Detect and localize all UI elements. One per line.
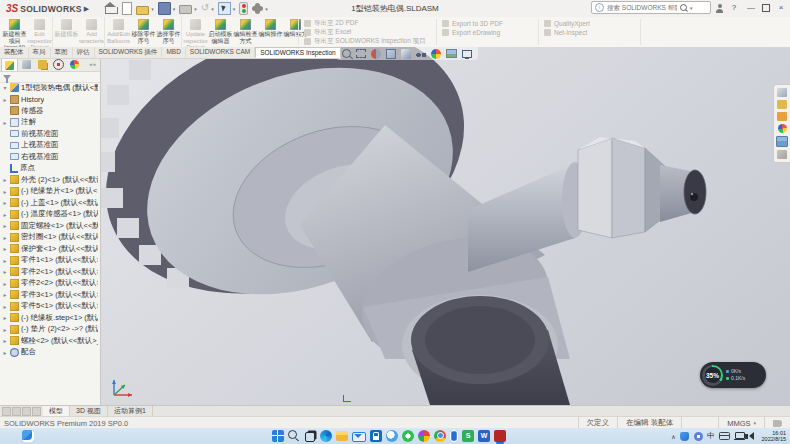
view-tool-icon[interactable] [462,50,472,58]
expand-arrow-icon[interactable]: ▸ [2,268,8,275]
taskbar-app-icon[interactable]: W [478,430,490,442]
panel-tabs-overflow-icon[interactable]: «» [89,61,98,67]
taskbar-app-icon[interactable]: S [462,430,474,442]
ribbon-button[interactable]: 新建模板 [54,17,79,47]
help-search-box[interactable]: i ▾ [591,1,711,14]
command-tab[interactable]: MBD [162,47,185,58]
search-scope-icon[interactable]: i [595,3,604,12]
search-icon[interactable] [680,4,687,11]
export-menu-item[interactable]: Export eDrawing [442,28,503,36]
tab-scroll-prev-icon[interactable] [12,407,21,416]
view-tool-icon[interactable] [431,49,441,59]
expand-arrow-icon[interactable]: ▸ [2,119,8,126]
tree-item[interactable]: ▸ 固定螺栓<1> (默认<<默认>_显示状 [0,220,98,232]
display-tray-icon[interactable] [735,432,745,440]
tree-item[interactable]: 前视基准面 [0,128,98,140]
location-tray-icon[interactable] [694,432,703,441]
expand-arrow-icon[interactable]: ▸ [2,291,8,298]
ribbon-button[interactable]: Edit Inspection Project [27,17,53,47]
taskbar-app-icon[interactable] [370,430,382,442]
save-icon[interactable] [158,2,171,15]
expand-arrow-icon[interactable]: ▸ [2,337,8,344]
view-tool-icon[interactable] [371,49,381,59]
command-tab[interactable]: SOLIDWORKS 插件 [95,47,163,58]
tree-item[interactable]: ▸ 注解 [0,117,98,129]
taskbar-app-icon[interactable] [304,430,316,442]
taskbar-app-icon[interactable] [434,430,446,442]
open-caret-icon[interactable]: ▾ [151,6,154,12]
panel-tab[interactable] [1,58,18,71]
ribbon-button[interactable]: 启动模板编辑器 [208,17,233,47]
tab-scroll-last-icon[interactable] [32,407,41,416]
task-pane-tab-icon[interactable] [777,88,787,97]
hidden-icons-chevron-icon[interactable]: ∧ [671,433,675,440]
taskbar-app-icon[interactable] [418,430,430,442]
tree-item[interactable]: ▸ 外壳 (2)<1> (默认<<默认>_显示状 [0,174,98,186]
ribbon-button[interactable]: 移除零件序号 [131,17,156,47]
rebuild-icon[interactable] [239,2,248,15]
view-tool-icon[interactable] [386,49,396,59]
taskbar-app-icon[interactable] [386,430,398,442]
expand-arrow-icon[interactable]: ▸ [2,234,8,241]
taskbar-app-icon[interactable] [336,431,348,441]
expand-arrow-icon[interactable]: ▸ [2,280,8,287]
filter-funnel-icon[interactable] [3,75,11,80]
undo-icon[interactable]: ↺ [201,3,209,14]
command-tab[interactable]: 评估 [73,47,95,58]
home-icon[interactable] [105,7,118,14]
close-button[interactable]: × [775,3,787,12]
expand-arrow-icon[interactable]: ▸ [2,303,8,310]
tree-item[interactable]: ▸ 零件2<1> (默认<<默认>_显示状态 [0,266,98,278]
save-caret-icon[interactable]: ▾ [173,6,176,12]
view-tool-icon[interactable] [401,49,411,59]
search-input[interactable] [607,4,677,11]
menu-expand-arrow-icon[interactable]: ▶ [84,5,89,13]
expand-arrow-icon[interactable]: ▸ [2,326,8,333]
tree-item[interactable]: ▸ (-) 绝缘板.step<1> (默认<<默认> [0,312,98,324]
ribbon-button[interactable]: Add Characteristic [79,17,105,47]
tree-item[interactable]: ▸ 配合 [0,347,98,359]
taskbar-app-icon[interactable] [288,430,300,442]
taskbar-app-icon[interactable] [494,430,506,442]
export-menu-item[interactable]: Net-Inspect [544,28,590,36]
task-pane-tab-icon[interactable] [777,100,787,109]
taskbar-app-icon[interactable] [402,430,414,442]
export-menu-item[interactable]: 导出至 SOLIDWORKS Inspection 项目 [304,37,426,45]
view-tool-icon[interactable] [342,49,351,58]
taskbar-app-icon[interactable] [320,430,332,442]
undo-caret-icon[interactable]: ▾ [211,6,214,12]
tree-item[interactable]: 右视基准面 [0,151,98,163]
options-gear-icon[interactable] [254,5,261,12]
expand-arrow-icon[interactable]: ▸ [2,349,8,356]
tree-item[interactable]: ▸ (-) 绝缘垫片<1> (默认<<默认>_显示状 [0,186,98,198]
tree-root-item[interactable]: ▾ 1型铠装热电偶 (默认<默认>_显示状态-1 [0,82,98,94]
panel-tab[interactable] [67,59,82,71]
print-icon[interactable] [179,5,192,14]
task-pane-tab-icon[interactable] [777,112,787,121]
view-tool-icon[interactable] [446,49,457,58]
expand-arrow-icon[interactable]: ▸ [2,211,8,218]
volume-icon[interactable] [749,432,754,440]
tab-scroll-next-icon[interactable] [22,407,31,416]
view-tool-icon[interactable] [356,49,366,58]
panel-tab[interactable] [51,59,66,71]
graphics-viewport[interactable]: 35% 0K/s 0.1K/s [100,47,790,405]
export-menu-item[interactable]: 导出至 2D PDF [304,19,426,27]
print-caret-icon[interactable]: ▾ [194,6,197,12]
ribbon-button[interactable]: 新建检查项目(amp;N) [2,17,27,47]
ribbon-button[interactable]: Add/Edit Balloons [106,17,131,47]
task-pane-tab-icon[interactable] [778,124,787,133]
help-button[interactable]: ? [728,3,740,12]
tab-scroll-first-icon[interactable] [2,407,11,416]
ribbon-button[interactable]: Update Inspection Project [183,17,208,47]
ribbon-button[interactable]: 编辑操作 [258,17,283,47]
tree-item[interactable]: ▸ 保护套<1> (默认<<默认>_显示状 [0,243,98,255]
ribbon-button[interactable]: 编辑检查方式 [233,17,258,47]
command-tab[interactable]: 装配体 [0,47,29,58]
tree-item[interactable]: ▸ (-) 垫片 (2)<2> ->? (默认<<默认> [0,324,98,336]
expand-arrow-icon[interactable]: ▸ [2,245,8,252]
widgets-icon[interactable] [22,430,34,442]
command-tab[interactable]: SOLIDWORKS Inspection [255,47,341,58]
expand-arrow-icon[interactable]: ▸ [2,314,8,321]
command-tab[interactable]: 布局 [29,47,51,58]
